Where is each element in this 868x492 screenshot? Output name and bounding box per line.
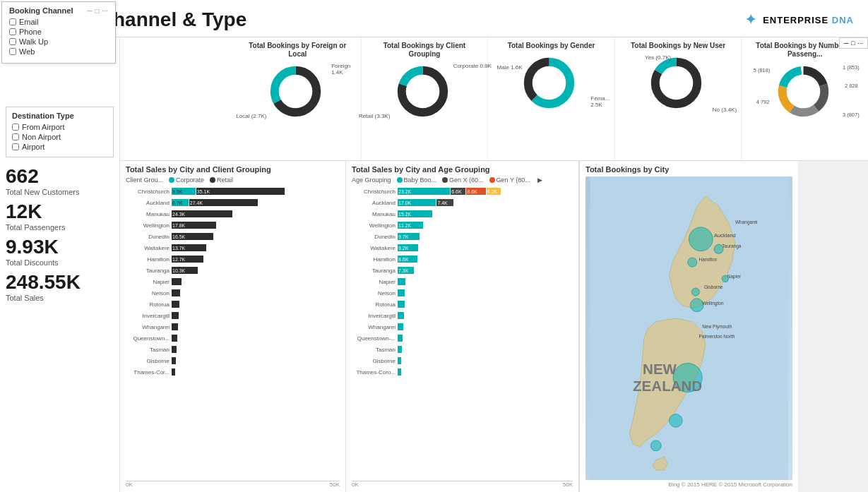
bar-group: 8.6K xyxy=(398,256,573,263)
bar-group xyxy=(172,278,340,285)
non-airport-label: Non Airport xyxy=(22,133,61,141)
stats-area: 662 Total New Customers 12K Total Passen… xyxy=(6,164,114,304)
donut-svg-gender xyxy=(519,53,579,113)
bar-value: 6.2K xyxy=(487,189,497,194)
map-container[interactable]: Auckland Wellington Whangarei Tauranga H… xyxy=(585,176,792,480)
city-label: Waitakere xyxy=(126,245,170,251)
dashboard: Booking Channel & Type ✦ ENTERPRISE DNA … xyxy=(0,0,868,492)
retail-bar: 27.4K xyxy=(189,199,258,206)
ctrl3[interactable]: ··· xyxy=(857,40,863,47)
city-age-legend: Age Grouping Baby Boo... Gen X (60... Ge… xyxy=(352,176,573,184)
retail-legend-label: Retail xyxy=(217,176,233,184)
age-bar: 9.2K xyxy=(398,244,418,251)
table-row: Thames-Cor... xyxy=(126,367,340,377)
bar-group xyxy=(398,335,573,342)
bar-group: 11.2K xyxy=(398,222,573,229)
palmerston-bubble xyxy=(691,288,699,296)
walkup-label: Walk Up xyxy=(19,37,48,46)
retail-bar xyxy=(172,357,176,364)
logo-area: ✦ ENTERPRISE DNA xyxy=(744,11,854,29)
bottom-charts-row: Total Sales by City and Client Grouping … xyxy=(120,161,868,492)
table-row: Tasman xyxy=(126,344,340,354)
x-axis-labels-age: 0K 50K xyxy=(352,481,573,488)
hamilton-bubble xyxy=(688,258,697,267)
foreign-label: Foreign1.4K xyxy=(331,63,350,76)
bar-value: 11.2K xyxy=(398,223,411,228)
retail-bar xyxy=(172,312,179,319)
city-label: Manukau xyxy=(352,211,396,217)
legend-genx: Gen X (60... xyxy=(442,176,484,184)
to-airport-checkbox[interactable] xyxy=(12,143,19,150)
filter-walkup[interactable]: Walk Up xyxy=(9,37,108,46)
bar-group: 10.3K xyxy=(172,267,340,274)
bar-value: 10.3K xyxy=(172,268,185,273)
table-row: Queenstown... xyxy=(126,333,340,343)
geny-legend-label: Gen Y (80... xyxy=(497,176,530,184)
web-checkbox[interactable] xyxy=(9,48,16,55)
bar-value: 12.7K xyxy=(172,257,185,262)
bar-value: 8.6K xyxy=(467,189,477,194)
bar-group xyxy=(172,323,340,330)
retail-bar xyxy=(172,289,180,296)
table-row: Auckland17.0K7.4K xyxy=(352,198,573,208)
filter-web[interactable]: Web xyxy=(9,47,108,56)
from-airport-checkbox[interactable] xyxy=(12,124,19,131)
age-bar xyxy=(398,278,405,285)
bar-value: 17.8K xyxy=(172,223,185,228)
table-row: Napier xyxy=(352,277,573,287)
ctrl1[interactable]: ─ xyxy=(844,40,848,47)
city-label: Nelson xyxy=(126,290,170,296)
bar-group xyxy=(398,312,573,319)
bar-value: 15.2K xyxy=(398,212,411,217)
filter-to-airport[interactable]: Airport xyxy=(12,143,107,151)
bar-group xyxy=(172,312,340,319)
main-content: Booking Channel ─ □ ··· Email Phone xyxy=(0,37,868,492)
bar-value: 16.5K xyxy=(172,234,185,239)
bar-value: 17.0K xyxy=(398,200,411,205)
table-row: Wellington17.8K xyxy=(126,220,340,230)
city-label: Waitakere xyxy=(352,245,396,251)
bar-group: 9.2K xyxy=(398,244,573,251)
bar-value: 7.4K xyxy=(437,200,447,205)
city-label: Whangarei xyxy=(352,324,396,330)
city-label: Tasman xyxy=(126,347,170,353)
non-airport-checkbox[interactable] xyxy=(12,133,19,140)
age-bar: 6.2K xyxy=(487,188,501,195)
bar-group xyxy=(172,301,340,308)
walkup-checkbox[interactable] xyxy=(9,38,16,45)
bar-group: 17.8K xyxy=(172,222,340,229)
city-label: Napier xyxy=(352,279,396,285)
nz-map-svg: Auckland Wellington Whangarei Tauranga H… xyxy=(585,176,792,480)
header: Booking Channel & Type ✦ ENTERPRISE DNA xyxy=(0,0,868,37)
city-label: Christchurch xyxy=(126,188,170,195)
stat-label-passengers: Total Passengers xyxy=(6,223,114,232)
donut-svg-client xyxy=(393,61,453,121)
bar-group xyxy=(398,346,573,353)
age-bar: 9.7K xyxy=(398,233,420,240)
donut-gender: Male 1.6K Fema...2.5K xyxy=(519,53,583,116)
map-background: Auckland Wellington Whangarei Tauranga H… xyxy=(585,176,792,480)
geny-dot xyxy=(489,177,495,183)
city-label: Wellington xyxy=(126,222,170,229)
pass-3-label: 3 (807) xyxy=(843,112,860,118)
x-axis-min-age: 0K xyxy=(352,481,359,488)
retail-bar xyxy=(172,323,178,330)
ctrl2[interactable]: □ xyxy=(851,40,855,47)
city-label: Dunedin xyxy=(352,234,396,240)
city-label: Tauranga xyxy=(352,268,396,274)
nz-label-text2: ZEALAND xyxy=(633,378,702,394)
filter-non-airport[interactable]: Non Airport xyxy=(12,133,107,141)
table-row: Rotorua xyxy=(126,299,340,309)
arrow-icon[interactable]: ▶ xyxy=(537,176,542,184)
retail-bar xyxy=(172,368,175,376)
chart-new-user-title: Total Bookings by New User xyxy=(631,42,725,50)
filter-from-airport[interactable]: From Airport xyxy=(12,123,107,131)
stat-value-new-customers: 662 xyxy=(6,166,114,188)
chart-client-grouping: Total Bookings by Client Grouping Corpor… xyxy=(362,37,489,160)
corporate-bar: 6.7K xyxy=(172,199,189,206)
city-label: Manukau xyxy=(126,211,170,217)
legend-corporate: Corporate xyxy=(169,176,204,184)
map-title: Total Bookings by City xyxy=(585,165,792,174)
retail-label: Retail (3.3K) xyxy=(359,113,390,119)
bar-value: 9.5K xyxy=(172,189,182,194)
